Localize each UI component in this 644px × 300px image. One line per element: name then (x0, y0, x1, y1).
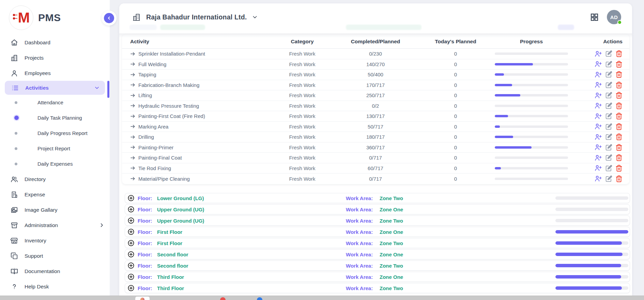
delete-activity-button[interactable] (615, 71, 623, 78)
sidebar-item-image-gallary[interactable]: Image Gallary (0, 202, 110, 217)
expand-plus-circle-icon[interactable] (127, 251, 135, 258)
expand-plus-circle-icon[interactable] (127, 194, 135, 201)
edit-activity-button[interactable] (605, 123, 612, 130)
activity-row[interactable]: Painting-PrimerFresh Work360/7170 (122, 142, 629, 153)
activity-row[interactable]: TappingFresh Work50/4000 (122, 70, 629, 80)
sidebar-subitem-daily-task-planning[interactable]: Daily Task Planning (0, 110, 110, 125)
floor-row[interactable]: Floor:Lower Ground (LG)Work Area:Zone Tw… (125, 193, 630, 203)
delete-activity-button[interactable] (615, 144, 623, 151)
activity-row[interactable]: Painting-Final CoatFresh Work0/7170 (122, 153, 629, 163)
sidebar-subitem-attendance[interactable]: Attendance (0, 95, 110, 110)
assign-user-button[interactable] (595, 92, 602, 99)
assign-user-button[interactable] (595, 81, 602, 89)
assign-user-button[interactable] (595, 71, 602, 78)
delete-activity-button[interactable] (615, 102, 623, 109)
edit-activity-button[interactable] (605, 112, 612, 120)
assign-user-button[interactable] (595, 175, 602, 182)
floor-row[interactable]: Floor:Third FloorWork Area:Zone One (125, 272, 630, 282)
sidebar-item-employees[interactable]: Employees (0, 65, 110, 81)
edit-activity-button[interactable] (605, 102, 612, 109)
sidebar-item-projects[interactable]: Projects (0, 50, 110, 65)
edit-activity-button[interactable] (605, 144, 612, 151)
delete-activity-button[interactable] (615, 112, 623, 120)
apps-grid-button[interactable] (590, 13, 599, 21)
activity-row[interactable]: Full WeldingFresh Work140/2700 (122, 59, 629, 70)
expand-plus-circle-icon[interactable] (127, 206, 135, 213)
delete-activity-button[interactable] (615, 92, 623, 99)
activity-row[interactable]: Hydraulic Pressure TestingFresh Work0/20 (122, 101, 629, 111)
delete-activity-button[interactable] (615, 50, 623, 57)
assign-user-button[interactable] (595, 102, 602, 109)
taskbar-blue-icon[interactable] (257, 297, 262, 300)
expand-plus-circle-icon[interactable] (127, 228, 135, 235)
sidebar-subitem-daily-progress-report[interactable]: Daily Progress Report (0, 125, 110, 141)
sidebar-scrollbar-thumb[interactable] (107, 81, 109, 98)
sidebar-item-label: Inventory (25, 238, 46, 244)
progress-bar-track (495, 52, 568, 55)
delete-activity-button[interactable] (615, 154, 623, 161)
company-selector[interactable]: Raja Bahadur International Ltd. (132, 13, 258, 21)
expand-plus-circle-icon[interactable] (127, 284, 135, 291)
sidebar-item-support[interactable]: Support (0, 248, 110, 264)
sidebar-item-dashboard[interactable]: Dashboard (0, 35, 110, 50)
assign-user-button[interactable] (595, 60, 602, 68)
delete-activity-button[interactable] (615, 165, 623, 172)
activity-row[interactable]: Fabrication-Branch MakingFresh Work170/7… (122, 80, 629, 91)
assign-user-button[interactable] (595, 123, 602, 130)
edit-activity-button[interactable] (605, 154, 612, 161)
sidebar-item-help-desk[interactable]: Help Desk (0, 279, 110, 294)
progress-bar-track (495, 136, 568, 138)
activity-row[interactable]: Material/Pipe CleaningFresh Work0/7170 (122, 174, 629, 184)
expand-plus-circle-icon[interactable] (127, 239, 135, 246)
assign-user-button[interactable] (595, 50, 602, 58)
sidebar-item-administration[interactable]: Administration (0, 217, 110, 233)
edit-activity-button[interactable] (605, 81, 612, 89)
floor-row[interactable]: Floor:Second floorWork Area:Zone Two (125, 260, 630, 271)
arrow-right-icon (130, 51, 136, 57)
activity-row[interactable]: DrillingFresh Work180/7170 (122, 132, 629, 142)
floor-row[interactable]: Floor:Third FloorWork Area:Zone Two (125, 283, 630, 293)
os-taskbar[interactable] (0, 296, 644, 300)
activity-row[interactable]: Sprinkler Installation-PendantFresh Work… (122, 49, 629, 59)
assign-user-button[interactable] (595, 164, 602, 172)
activity-row[interactable]: Tie Rod FixingFresh Work60/7170 (122, 163, 629, 174)
floor-row[interactable]: Floor:Second floorWork Area:Zone One (125, 249, 630, 259)
activity-row[interactable]: Marking AreaFresh Work50/7170 (122, 122, 629, 132)
assign-user-button[interactable] (595, 112, 602, 120)
sidebar-item-inventory[interactable]: Inventory (0, 233, 110, 248)
floor-row[interactable]: Floor:First FloorWork Area:Zone One (125, 227, 630, 237)
expand-plus-circle-icon[interactable] (127, 273, 135, 280)
edit-activity-button[interactable] (605, 175, 612, 182)
taskbar-red-icon[interactable] (220, 297, 226, 300)
delete-activity-button[interactable] (615, 175, 623, 182)
edit-activity-button[interactable] (605, 92, 612, 99)
activity-row[interactable]: LiftingFresh Work250/7170 (122, 90, 629, 101)
edit-activity-button[interactable] (605, 71, 612, 78)
sidebar-item-documentation[interactable]: Documentation (0, 264, 110, 279)
edit-activity-button[interactable] (605, 61, 612, 68)
sidebar-subitem-daily-expenses[interactable]: Daily Expenses (0, 156, 110, 171)
expand-plus-circle-icon[interactable] (127, 217, 135, 224)
edit-activity-button[interactable] (605, 133, 612, 140)
floor-row[interactable]: Floor:First FloorWork Area:Zone Two (125, 238, 630, 248)
sidebar-subitem-project-report[interactable]: Project Report (0, 141, 110, 156)
delete-activity-button[interactable] (615, 123, 623, 130)
assign-user-button[interactable] (595, 144, 602, 151)
assign-user-button[interactable] (595, 133, 602, 141)
assign-user-button[interactable] (595, 154, 602, 162)
expand-plus-circle-icon[interactable] (127, 262, 135, 269)
delete-activity-button[interactable] (615, 61, 623, 68)
sidebar-item-expense[interactable]: Expense (0, 187, 110, 202)
sidebar-collapse-button[interactable] (104, 13, 114, 23)
edit-activity-button[interactable] (605, 165, 612, 172)
delete-activity-button[interactable] (615, 81, 623, 89)
delete-activity-button[interactable] (615, 133, 623, 140)
user-avatar[interactable]: AD (607, 10, 621, 24)
floor-row[interactable]: Floor:Upper Ground (UG)Work Area:Zone Tw… (125, 215, 630, 226)
sidebar-item-activities[interactable]: Activities (5, 81, 105, 95)
edit-activity-button[interactable] (605, 50, 612, 57)
activity-row[interactable]: Painting-First Coat (Fire Red)Fresh Work… (122, 111, 629, 122)
floor-row[interactable]: Floor:Upper Ground (UG)Work Area:Zone On… (125, 204, 630, 214)
sidebar-item-directory[interactable]: Directory (0, 171, 110, 187)
taskbar-app-icon[interactable] (135, 297, 150, 300)
